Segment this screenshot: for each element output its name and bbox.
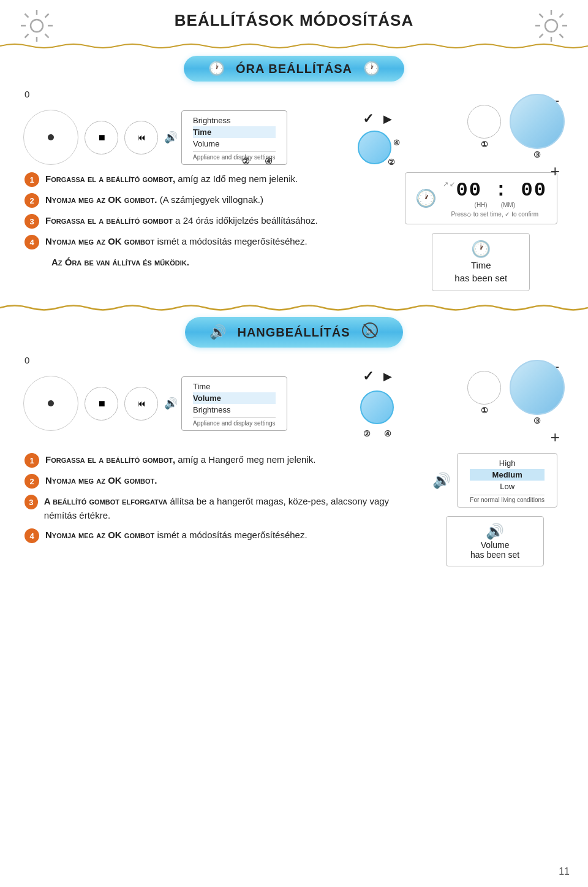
- ora-large-blue-circle: [510, 94, 565, 149]
- hang-step4-badge: 4: [24, 528, 39, 543]
- header-separator: [0, 42, 588, 50]
- hang-vol-set-line2: has been set: [455, 550, 535, 560]
- hang-menu-time[interactable]: Time: [193, 381, 276, 392]
- ora-step2-text: Nyomja meg az OK gombot. (A számjegyek v…: [45, 193, 263, 207]
- hang-step3-badge: 3: [24, 495, 38, 509]
- ora-menu-time[interactable]: Time: [193, 126, 276, 138]
- ora-step3-badge: 3: [24, 214, 39, 229]
- ora-time-set-box: 🕐 Time has been set: [432, 233, 530, 291]
- hang-step-2: 2 Nyomja meg az OK gombot.: [24, 474, 420, 489]
- hang-step2-badge: 2: [24, 474, 39, 489]
- hang-menu-volume[interactable]: Volume: [193, 392, 276, 404]
- hang-step2-text: Nyomja meg az OK gombot.: [45, 474, 157, 488]
- hang-step-4: 4 Nyomja meg az OK gombot ismét a módosí…: [24, 528, 420, 543]
- ora-step-4: 4 Nyomja meg az OK gombot ismét a módosí…: [24, 235, 393, 249]
- hang-btn2[interactable]: ⏮: [124, 387, 158, 421]
- ora-time-set-line2: has been set: [442, 272, 519, 284]
- ora-check-icon[interactable]: ✓: [363, 111, 374, 127]
- ora-step4-text: Nyomja meg az OK gombot ismét a módosítá…: [45, 235, 307, 249]
- ora-info-right: 🕐 ↗ ↙ 00 : 00 (HH) (MM) Press◇ to set ti…: [405, 172, 557, 291]
- hang-vol-medium: Medium: [470, 469, 545, 481]
- ora-final-text: Az Óra be van állítva és működik.: [51, 256, 189, 270]
- ora-menu-brightness[interactable]: Brightness: [193, 115, 276, 126]
- hang-step-3: 3 A beállító gombot elforgatva állítsa b…: [24, 495, 420, 522]
- hang-section-title-pill: 🔊 HANGBEÁLLÍTÁS 🔊: [12, 317, 576, 348]
- ora-right-btn1[interactable]: [467, 105, 501, 139]
- ora-circle-2[interactable]: [358, 131, 391, 164]
- hang-vol-box: High Medium Low For normal living condit…: [457, 453, 557, 508]
- ora-step-final: Az Óra be van állítva és működik.: [24, 256, 393, 270]
- hang-check-icon[interactable]: ✓: [363, 368, 374, 384]
- svg-line-5: [25, 14, 29, 18]
- ora-clock-time: 00 : 00: [456, 179, 547, 202]
- ora-section-title: ÓRA BEÁLLÍTÁSA: [236, 62, 352, 76]
- svg-line-6: [45, 34, 49, 38]
- gear-left-icon: [18, 7, 55, 47]
- ora-hh-label: (HH): [475, 202, 488, 208]
- ora-step-2: 2 Nyomja meg az OK gombot. (A számjegyek…: [24, 193, 393, 208]
- svg-line-16: [560, 14, 564, 18]
- hang-step3-text: A beállító gombot elforgatva állítsa be …: [44, 495, 420, 522]
- hang-vol-icon: 🔊: [432, 472, 451, 489]
- ora-step-3: 3 Forgassa el a beállító gombot a 24 órá…: [24, 214, 393, 229]
- hang-plus-label: +: [551, 428, 560, 447]
- middle-separator: [0, 303, 588, 312]
- hang-step4-text: Nyomja meg az OK gombot ismét a módosítá…: [45, 528, 307, 542]
- svg-line-8: [25, 34, 29, 38]
- speaker-icon-right: 🔊: [361, 322, 379, 343]
- hang-knob-dot: [48, 400, 54, 406]
- hang-speaker-icon: 🔊: [164, 397, 178, 410]
- ora-time-set-line1: Time: [442, 259, 519, 272]
- hang-menu-box: Time Volume Brightness Appliance and dis…: [181, 376, 287, 431]
- page-title: BEÁLLÍTÁSOK MÓDOSÍTÁSA: [175, 11, 413, 30]
- hang-steps: 1 Forgassa el a beállító gombot, amíg a …: [24, 453, 420, 549]
- ora-zero-label: 0: [24, 89, 29, 99]
- ora-time-set-icon: 🕐: [471, 240, 491, 258]
- ora-play-icon[interactable]: ▶: [383, 112, 392, 126]
- hang-btn1[interactable]: ⏹: [85, 387, 118, 421]
- clock-icon-right: 🕐: [363, 61, 380, 77]
- svg-line-7: [45, 14, 49, 18]
- hang-menu-sub: Appliance and display settings: [193, 420, 276, 427]
- hang-info-right: 🔊 High Medium Low For normal living cond…: [432, 453, 557, 566]
- hang-step-1: 1 Forgassa el a beállító gombot, amíg a …: [24, 453, 420, 468]
- ora-btn1[interactable]: ⏹: [85, 121, 118, 154]
- ora-knob-circle[interactable]: [23, 110, 78, 165]
- hang-step1-text: Forgassa el a beállító gombot, amíg a Ha…: [45, 453, 315, 467]
- ora-plus-label: +: [551, 162, 560, 181]
- hang-section-title: HANGBEÁLLÍTÁS: [237, 325, 350, 340]
- hang-vol-low: Low: [470, 481, 545, 492]
- ora-step3-text: Forgassa el a beállító gombot a 24 órás …: [45, 214, 318, 228]
- ora-menu-volume[interactable]: Volume: [193, 138, 276, 150]
- gear-right-icon: [533, 7, 570, 47]
- svg-line-17: [540, 34, 543, 38]
- hang-zero-label: 0: [24, 355, 29, 365]
- ora-btn2[interactable]: ⏮: [124, 121, 158, 154]
- ora-knob-dot: [48, 134, 54, 140]
- hang-menu-brightness[interactable]: Brightness: [193, 404, 276, 416]
- ora-mm-label: (MM): [501, 202, 515, 208]
- hang-right-btn1[interactable]: [467, 371, 501, 405]
- ora-speaker-icon: 🔊: [164, 131, 178, 144]
- svg-line-15: [560, 34, 564, 38]
- ora-section-title-pill: 🕐 ÓRA BEÁLLÍTÁSA 🕐: [12, 56, 576, 82]
- hang-circle-blue[interactable]: [360, 390, 394, 424]
- hang-step1-badge: 1: [24, 453, 39, 468]
- speaker-icon-left: 🔊: [209, 324, 226, 340]
- hang-vol-set-line1: Volume: [455, 540, 535, 550]
- hang-vol-note: For normal living conditions: [470, 495, 545, 503]
- svg-point-0: [31, 20, 43, 32]
- hang-vol-high: High: [470, 457, 545, 469]
- clock-icon-left: 🕐: [208, 61, 225, 77]
- ora-step2-badge: 2: [24, 193, 39, 208]
- page-number: 11: [559, 866, 570, 877]
- ora-press-label: Press◇ to set time, ✓ to confirm: [443, 211, 547, 218]
- hang-knob-circle[interactable]: [23, 376, 78, 431]
- ora-clock-face-icon: 🕐: [415, 188, 437, 208]
- hang-play-icon[interactable]: ▶: [383, 370, 392, 383]
- hang-vol-set-box: 🔊 Volume has been set: [446, 516, 544, 566]
- hang-section: 🔊 HANGBEÁLLÍTÁS 🔊 0 – ⏹: [0, 317, 588, 566]
- page-header: BEÁLLÍTÁSOK MÓDOSÍTÁSA: [0, 0, 588, 36]
- ora-steps: 1 Forgassa el a beállító gombot, amíg az…: [24, 172, 393, 276]
- ora-main-content: 1 Forgassa el a beállító gombot, amíg az…: [12, 172, 576, 291]
